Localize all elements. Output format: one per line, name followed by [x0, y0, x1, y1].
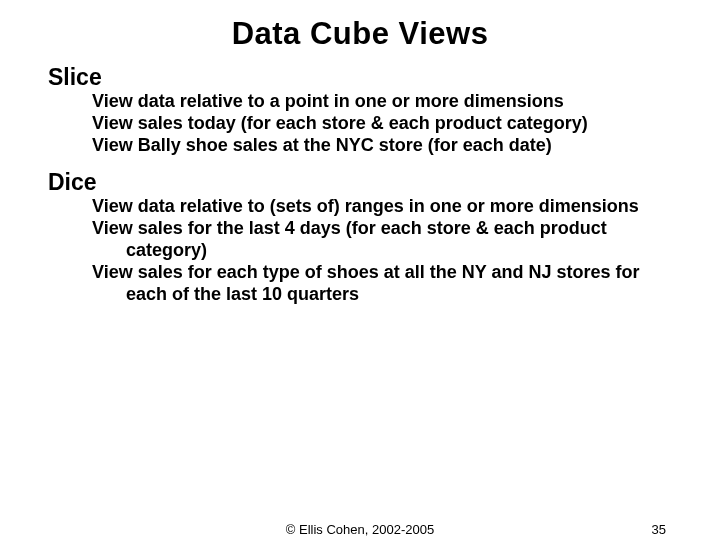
section-heading-dice: Dice: [48, 169, 720, 196]
list-item: View Bally shoe sales at the NYC store (…: [92, 135, 660, 157]
list-item: View data relative to a point in one or …: [92, 91, 660, 113]
section-heading-slice: Slice: [48, 64, 720, 91]
section-body-slice: View data relative to a point in one or …: [92, 91, 660, 157]
list-item: View sales today (for each store & each …: [92, 113, 660, 135]
list-item: View data relative to (sets of) ranges i…: [92, 196, 660, 218]
section-body-dice: View data relative to (sets of) ranges i…: [92, 196, 660, 306]
list-item: View sales for the last 4 days (for each…: [92, 218, 660, 262]
slide: Data Cube Views Slice View data relative…: [0, 0, 720, 540]
list-item: View sales for each type of shoes at all…: [92, 262, 660, 306]
page-number: 35: [652, 522, 666, 537]
slide-title: Data Cube Views: [0, 0, 720, 52]
copyright-text: © Ellis Cohen, 2002-2005: [0, 522, 720, 537]
